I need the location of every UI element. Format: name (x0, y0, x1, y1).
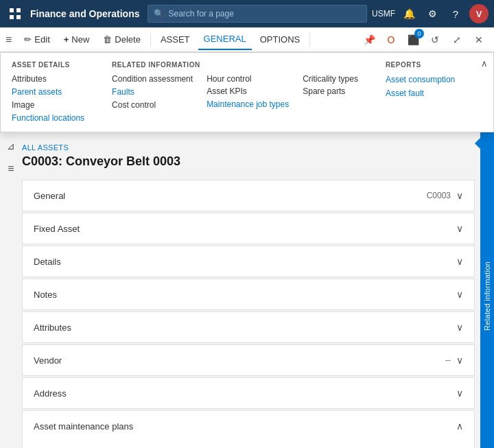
menu-functional-locations[interactable]: Functional locations (12, 113, 84, 123)
accordion-attributes-header[interactable]: Attributes ∨ (23, 312, 474, 342)
accordion-address-header[interactable]: Address ∨ (23, 378, 474, 408)
collapse-icon[interactable]: ∧ (481, 58, 488, 69)
menu-faults[interactable]: Faults (112, 86, 193, 97)
new-icon: + (64, 34, 69, 45)
badge-wrap: ⬛ 0 (403, 30, 423, 49)
accordion-attributes: Attributes ∨ (22, 311, 475, 343)
general-dropdown-menu: ASSET DETAILS Attributes Parent assets I… (0, 52, 494, 132)
related-info-col: RELATED INFORMATION Condition assessment… (112, 61, 358, 123)
accordion-fixed-asset: Fixed Asset ∨ (22, 213, 475, 244)
svg-rect-3 (16, 15, 21, 19)
accordion-attributes-label: Attributes (34, 322, 71, 333)
search-placeholder: Search for a page (168, 9, 233, 19)
accordion-maintenance-plans-header[interactable]: Asset maintenance plans ∧ (23, 411, 474, 441)
refresh-icon[interactable]: ↺ (425, 30, 445, 49)
left-sidebar: ⊿ ≡ (0, 132, 22, 448)
accordion-address-chevron: ∨ (456, 388, 463, 399)
edit-button[interactable]: ✏ Edit (19, 30, 55, 50)
tab-options[interactable]: OPTIONS (255, 30, 306, 50)
office-icon[interactable]: O (381, 30, 401, 49)
accordion-general-right: C0003 ∨ (427, 190, 463, 201)
menu-condition[interactable]: Condition assessment (112, 74, 193, 84)
hamburger-icon[interactable]: ≡ (8, 163, 14, 175)
menu-asset-fault[interactable]: Asset fault (386, 88, 455, 99)
app-title: Finance and Operations (30, 8, 139, 19)
action-bar: ≡ ✏ Edit + New 🗑 Delete ASSET GENERAL OP… (0, 27, 494, 52)
accordion-general-code: C0003 (427, 191, 451, 200)
svg-rect-1 (16, 8, 21, 12)
menu-asset-consumption[interactable]: Asset consumption (386, 74, 455, 85)
main-content: ⊿ ≡ ALL ASSETS C0003: Conveyor Belt 0003… (0, 132, 494, 448)
menu-image[interactable]: Image (12, 100, 84, 110)
accordion-notes-header[interactable]: Notes ∨ (23, 279, 474, 309)
accordion-vendor-right: -- ∨ (445, 355, 463, 366)
accordion-fixed-asset-label: Fixed Asset (34, 224, 80, 234)
tab-general[interactable]: GENERAL (198, 30, 252, 50)
edit-icon: ✏ (24, 34, 32, 45)
related-info-title: RELATED INFORMATION (112, 61, 358, 69)
company-label: USMF (372, 9, 395, 19)
delete-icon: 🗑 (103, 34, 112, 45)
apps-badge: 0 (414, 29, 424, 38)
accordion-notes: Notes ∨ (22, 279, 475, 310)
bell-icon[interactable]: 🔔 (399, 4, 419, 23)
related-col1: Condition assessment Faults Cost control (112, 74, 193, 110)
accordion-details-label: Details (34, 257, 61, 267)
related-col3: Criticality types Spare parts (303, 74, 358, 110)
accordion-vendor-chevron: ∨ (456, 355, 463, 366)
panel-arrow (475, 138, 480, 149)
separator-2 (309, 33, 310, 47)
sidebar-toggle-icon[interactable]: ≡ (5, 34, 12, 46)
breadcrumb[interactable]: ALL ASSETS (22, 143, 475, 152)
nav-right-icons: USMF 🔔 ⚙ ? V (372, 4, 489, 23)
accordion-general-header[interactable]: General C0003 ∨ (23, 180, 474, 211)
accordion-general: General C0003 ∨ (22, 180, 475, 211)
menu-criticality[interactable]: Criticality types (303, 74, 358, 84)
close-icon[interactable]: ✕ (469, 30, 489, 49)
menu-hour-control[interactable]: Hour control (207, 74, 289, 84)
help-icon[interactable]: ? (446, 4, 465, 23)
menu-parent-assets[interactable]: Parent assets (12, 86, 84, 97)
related-info-panel[interactable]: Related information (480, 132, 494, 448)
avatar[interactable]: V (469, 4, 489, 23)
asset-details-col: ASSET DETAILS Attributes Parent assets I… (12, 61, 84, 123)
pin-icon[interactable]: 📌 (360, 30, 379, 49)
accordion-vendor-header[interactable]: Vendor -- ∨ (23, 345, 474, 375)
reports-col: REPORTS Asset consumption Asset fault (386, 61, 455, 123)
page-title: C0003: Conveyor Belt 0003 (22, 154, 475, 169)
accordion-vendor-label: Vendor (34, 355, 62, 366)
app-grid-icon[interactable] (5, 4, 25, 23)
svg-rect-0 (10, 8, 14, 12)
menu-maintenance-job-types[interactable]: Maintenance job types (207, 99, 289, 110)
accordion-vendor: Vendor -- ∨ (22, 344, 475, 376)
menu-asset-kpis[interactable]: Asset KPIs (207, 86, 289, 96)
accordion-notes-label: Notes (34, 290, 57, 300)
filter-icon[interactable]: ⊿ (7, 141, 15, 152)
search-icon: 🔍 (154, 9, 164, 19)
accordion-general-chevron: ∨ (456, 190, 463, 201)
accordion-maintenance-plans-label: Asset maintenance plans (34, 421, 133, 432)
new-button[interactable]: + New (58, 30, 95, 50)
accordion-address: Address ∨ (22, 377, 475, 409)
accordion-general-label: General (34, 191, 65, 201)
accordion-vendor-code: -- (445, 355, 451, 365)
settings-icon[interactable]: ⚙ (423, 4, 442, 23)
global-search[interactable]: 🔍 Search for a page (148, 5, 367, 23)
accordion-fixed-asset-chevron: ∨ (456, 223, 463, 234)
accordion-maintenance-plans: Asset maintenance plans ∧ + + Add line 🗑… (22, 410, 475, 448)
accordion-fixed-asset-header[interactable]: Fixed Asset ∨ (23, 213, 474, 244)
separator-1 (150, 33, 151, 47)
open-new-icon[interactable]: ⤢ (447, 30, 467, 49)
reports-title: REPORTS (386, 61, 455, 69)
accordion-maintenance-plans-body: + + Add line 🗑 Remove Maintenance plan A… (23, 441, 474, 448)
accordion-details-header[interactable]: Details ∨ (23, 246, 474, 276)
menu-attributes[interactable]: Attributes (12, 74, 84, 84)
accordion-notes-chevron: ∨ (456, 289, 463, 300)
panel-label: Related information (483, 261, 491, 331)
delete-button[interactable]: 🗑 Delete (97, 30, 146, 50)
tab-asset[interactable]: ASSET (155, 30, 196, 50)
accordion-details: Details ∨ (22, 246, 475, 277)
content-area: ALL ASSETS C0003: Conveyor Belt 0003 Gen… (22, 132, 480, 448)
menu-cost-control[interactable]: Cost control (112, 100, 193, 110)
menu-spare-parts[interactable]: Spare parts (303, 86, 358, 96)
